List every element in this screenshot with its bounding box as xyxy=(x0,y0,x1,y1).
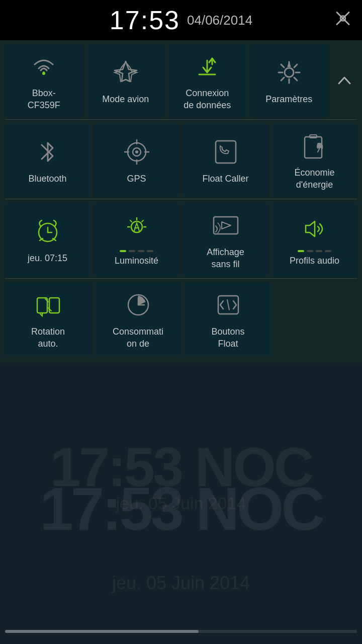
brightness-icon xyxy=(122,214,152,244)
quick-settings-panel: Bbox-CF359F Mode avion xyxy=(0,40,362,363)
rotation-icon xyxy=(33,290,63,320)
tile-audio-label: Profils audio xyxy=(290,255,339,267)
bg-time-display: 17:53 NOC jeu. 05 Juin 2014 xyxy=(0,435,362,513)
tile-bluetooth-label: Bluetooth xyxy=(28,173,66,185)
svg-rect-35 xyxy=(37,298,47,313)
qs-row-1: Bbox-CF359F Mode avion xyxy=(0,40,362,119)
svg-point-3 xyxy=(42,72,45,75)
tile-float-buttons-label: BoutonsFloat xyxy=(211,326,244,350)
status-time: 17:53 xyxy=(110,5,180,35)
tile-audio-profiles[interactable]: Profils audio xyxy=(272,203,357,276)
tile-settings[interactable]: Paramètres xyxy=(250,44,328,117)
float-buttons-icon xyxy=(213,290,243,320)
tile-gps[interactable]: GPS xyxy=(94,124,179,197)
scroll-track xyxy=(5,630,357,633)
data-connection-icon xyxy=(192,51,222,82)
settings-wrench-icon[interactable] xyxy=(334,10,352,31)
wifi-icon xyxy=(29,51,59,82)
scroll-thumb xyxy=(5,630,199,633)
tile-data[interactable]: Connexionde données xyxy=(168,44,246,117)
svg-line-41 xyxy=(227,300,229,310)
empty-tile-slot xyxy=(275,283,357,356)
tile-alarm[interactable]: jeu. 07:15 xyxy=(5,203,90,276)
gps-icon xyxy=(122,137,152,167)
tile-data-label: Connexionde données xyxy=(184,88,231,111)
battery-leaf-icon xyxy=(300,131,330,161)
clock-icon xyxy=(123,290,153,320)
svg-line-13 xyxy=(281,77,284,80)
tile-float-buttons[interactable]: BoutonsFloat xyxy=(185,283,271,356)
tile-rotation-label: Rotationauto. xyxy=(31,326,65,350)
phone-icon xyxy=(211,137,241,167)
tile-airplane-label: Mode avion xyxy=(102,94,149,105)
volume-icon xyxy=(300,214,330,244)
tile-battery-label: Économied'énergie xyxy=(294,167,334,191)
status-bar: 17:53 04/06/2014 xyxy=(0,0,362,40)
tile-bluetooth[interactable]: Bluetooth xyxy=(5,124,90,197)
chevron-up-button[interactable] xyxy=(332,44,357,117)
gear-icon xyxy=(274,57,304,88)
svg-rect-34 xyxy=(214,217,238,234)
svg-line-33 xyxy=(142,220,143,222)
bluetooth-icon xyxy=(33,137,63,167)
wireless-display-icon xyxy=(211,210,241,240)
svg-line-10 xyxy=(281,64,284,67)
tile-brightness[interactable]: Luminosité xyxy=(94,203,179,276)
tile-alarm-label: jeu. 07:15 xyxy=(28,253,67,264)
tile-brightness-label: Luminosité xyxy=(115,255,158,267)
tile-float-caller[interactable]: Float Caller xyxy=(183,124,268,197)
qs-row-3: jeu. 07:15 xyxy=(0,199,362,278)
tile-float-caller-label: Float Caller xyxy=(202,173,248,185)
tile-wireless-display[interactable]: Affichagesans fil xyxy=(183,203,268,276)
qs-row-4: Rotationauto. Consommation de xyxy=(0,279,362,358)
alarm-icon xyxy=(33,216,63,247)
bg-small-text: jeu. 05 Juin 2014 xyxy=(0,573,362,594)
airplane-icon xyxy=(111,57,141,88)
tile-consumption-label: Consommation de xyxy=(113,326,163,350)
tile-wifi[interactable]: Bbox-CF359F xyxy=(5,44,83,117)
tile-wifi-label: Bbox-CF359F xyxy=(28,88,60,111)
svg-rect-21 xyxy=(216,141,236,163)
tile-consumption[interactable]: Consommation de xyxy=(95,283,181,356)
tile-wireless-label: Affichagesans fil xyxy=(207,247,244,270)
tile-battery-saver[interactable]: Économied'énergie xyxy=(272,124,357,197)
tile-settings-label: Paramètres xyxy=(265,94,312,105)
qs-row-2: Bluetooth GPS xyxy=(0,120,362,199)
svg-point-16 xyxy=(135,150,138,153)
tile-gps-label: GPS xyxy=(127,173,146,185)
tile-airplane[interactable]: Mode avion xyxy=(87,44,165,117)
svg-line-11 xyxy=(294,77,297,80)
status-date: 04/06/2014 xyxy=(187,13,252,28)
tile-rotation[interactable]: Rotationauto. xyxy=(5,283,91,356)
svg-line-12 xyxy=(294,64,297,67)
svg-line-32 xyxy=(130,220,132,222)
svg-point-5 xyxy=(285,68,294,77)
